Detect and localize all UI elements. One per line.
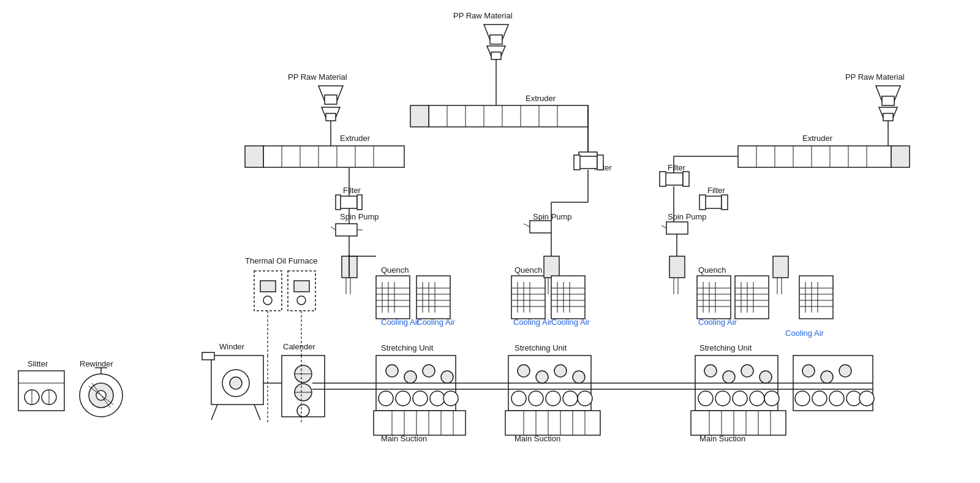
svg-rect-132 (551, 276, 585, 319)
svg-rect-212 (691, 411, 786, 435)
svg-rect-49 (340, 196, 357, 208)
svg-point-207 (698, 391, 713, 406)
spin-pump-2-label: Spin Pump (533, 212, 572, 221)
svg-point-84 (413, 391, 428, 406)
slitter-label: Slitter (28, 359, 48, 368)
cooling-air-4-label: Cooling Air (551, 318, 590, 327)
svg-rect-0 (18, 371, 64, 411)
svg-rect-51 (357, 195, 362, 210)
svg-point-86 (443, 391, 458, 406)
svg-rect-113 (574, 155, 580, 170)
thermal-oil-furnace-label: Thermal Oil Furnace (245, 256, 317, 265)
svg-line-116 (524, 224, 530, 227)
svg-point-146 (529, 391, 543, 406)
spin-pump-1-label: Spin Pump (340, 212, 379, 221)
cooling-air-1-label: Cooling Air (381, 318, 420, 327)
cooling-air-3-label: Cooling Air (513, 318, 552, 327)
svg-rect-97 (491, 52, 501, 59)
svg-rect-28 (260, 281, 276, 292)
svg-line-16 (211, 405, 217, 420)
pp-raw-material-3-label: PP Raw Material (845, 72, 905, 82)
svg-rect-179 (666, 222, 688, 234)
svg-rect-106 (410, 105, 429, 127)
svg-rect-176 (704, 196, 722, 208)
pp-raw-material-1-label: PP Raw Material (288, 72, 347, 82)
svg-rect-98 (429, 105, 588, 127)
svg-rect-30 (294, 281, 309, 292)
svg-rect-19 (202, 352, 214, 360)
svg-point-238 (859, 391, 874, 406)
cooling-air-5-label: Cooling Air (698, 318, 737, 327)
svg-rect-169 (891, 146, 910, 167)
svg-point-211 (764, 391, 779, 406)
svg-point-142 (536, 371, 548, 383)
svg-rect-115 (530, 221, 551, 233)
svg-line-17 (254, 405, 260, 420)
svg-rect-47 (245, 146, 263, 167)
svg-rect-178 (722, 195, 728, 210)
pp-raw-material-2-label: PP Raw Material (453, 11, 513, 20)
cooling-air-2-label: Cooling Air (417, 318, 456, 327)
svg-point-85 (430, 391, 445, 406)
svg-rect-183 (697, 276, 731, 319)
svg-point-145 (511, 391, 526, 406)
extruder-1-label: Extruder (340, 134, 371, 143)
svg-point-209 (733, 391, 747, 406)
filter-1-label: Filter (343, 186, 361, 195)
svg-point-210 (750, 391, 764, 406)
svg-point-206 (760, 371, 772, 383)
svg-rect-114 (597, 155, 603, 170)
svg-point-82 (379, 391, 393, 406)
svg-rect-227 (773, 256, 788, 278)
svg-point-233 (839, 365, 851, 377)
svg-point-143 (554, 365, 567, 377)
svg-rect-53 (336, 224, 357, 236)
svg-point-231 (802, 365, 815, 377)
svg-point-79 (404, 371, 417, 383)
svg-point-78 (386, 365, 398, 377)
svg-rect-87 (374, 411, 466, 435)
svg-rect-112 (579, 156, 597, 169)
svg-point-15 (230, 377, 242, 389)
svg-point-147 (546, 391, 560, 406)
svg-rect-121 (511, 276, 545, 319)
svg-point-236 (829, 391, 844, 406)
svg-rect-150 (505, 411, 600, 435)
svg-point-235 (812, 391, 827, 406)
svg-point-81 (441, 371, 453, 383)
svg-rect-177 (699, 195, 706, 210)
svg-rect-129 (544, 256, 559, 278)
svg-rect-194 (735, 276, 769, 319)
svg-point-141 (518, 365, 530, 377)
winder-label: Winder (219, 342, 245, 351)
svg-point-208 (715, 391, 730, 406)
svg-rect-171 (665, 173, 683, 185)
extruder-3-label: Extruder (802, 134, 833, 143)
quench-5-label: Quench (698, 265, 726, 275)
svg-rect-69 (417, 276, 450, 319)
svg-point-29 (263, 296, 272, 305)
svg-point-148 (563, 391, 578, 406)
stretching-unit-2-label: Stretching Unit (514, 343, 567, 352)
stretching-unit-1-label: Stretching Unit (381, 343, 434, 352)
svg-point-83 (396, 391, 410, 406)
filter-4-label: Filter (707, 186, 726, 195)
svg-rect-172 (660, 172, 666, 186)
diagram-container: text { font-family: Arial, sans-serif; }… (0, 0, 980, 483)
svg-rect-158 (882, 96, 894, 105)
svg-rect-95 (490, 35, 502, 44)
svg-point-144 (573, 371, 585, 383)
svg-rect-161 (738, 146, 891, 167)
svg-rect-40 (263, 146, 404, 167)
svg-line-180 (662, 226, 666, 228)
svg-rect-39 (326, 113, 336, 121)
svg-point-31 (297, 296, 306, 305)
svg-rect-173 (683, 172, 689, 186)
svg-point-149 (578, 391, 592, 406)
svg-rect-191 (669, 256, 685, 278)
svg-rect-219 (799, 276, 833, 319)
svg-point-203 (704, 365, 717, 377)
svg-point-204 (723, 371, 735, 383)
svg-point-232 (821, 371, 833, 383)
extruder-2-label: Extruder (526, 94, 556, 103)
